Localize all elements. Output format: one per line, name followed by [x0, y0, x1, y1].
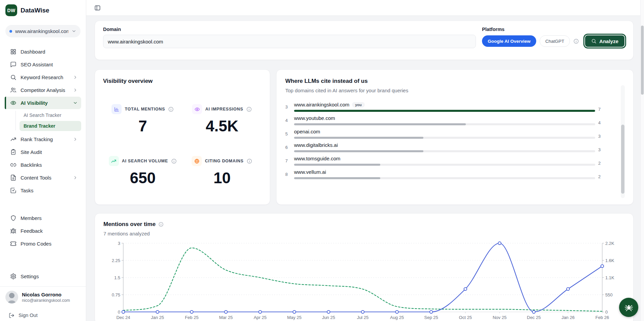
card-title: Where LLMs cite instead of us	[285, 78, 624, 85]
sidebar-item-promo-codes[interactable]: Promo Codes	[5, 237, 81, 250]
sidebar-item-rank-tracking[interactable]: Rank Tracking	[5, 133, 81, 146]
info-icon[interactable]	[168, 106, 174, 112]
eye-icon	[10, 100, 17, 106]
platforms-label: Platforms	[482, 27, 625, 32]
citation-domain-line: www.vellum.ai	[294, 169, 595, 175]
citation-value: 7	[598, 102, 605, 112]
citation-rank: 6	[285, 142, 294, 152]
svg-text:2.2K: 2.2K	[605, 241, 614, 246]
citation-rank: 7	[285, 156, 294, 166]
analyze-button[interactable]: Analyze	[584, 35, 625, 47]
sidebar-subitem-ai-search-tracker[interactable]: AI Search Tracker	[20, 110, 81, 120]
domain-field-label: Domain	[103, 27, 476, 32]
svg-text:May 25: May 25	[287, 315, 302, 320]
sidebar-item-settings[interactable]: Settings	[5, 270, 81, 283]
sidebar-item-content-tools[interactable]: Content Tools	[5, 171, 81, 184]
mentions-line-chart: 000.755501.51.1K2.251.6K32.2KDec 24Jan 2…	[103, 239, 625, 321]
citation-domain: www.youtube.com	[294, 115, 335, 121]
sidebar-item-keyword-research[interactable]: Keyword Research	[5, 71, 81, 84]
citation-body: www.vellum.ai	[294, 169, 595, 179]
citation-bar-track	[294, 164, 595, 166]
chart-title: Mentions over time	[103, 221, 156, 228]
info-icon[interactable]	[246, 106, 252, 112]
citation-rank: 5	[285, 129, 294, 139]
sidebar-item-dashboard[interactable]: Dashboard	[5, 45, 81, 58]
info-icon[interactable]	[573, 38, 579, 44]
citation-value: 4	[598, 115, 605, 125]
sidebar-item-label: SEO Assistant	[21, 62, 78, 67]
svg-text:Mar 25: Mar 25	[219, 315, 232, 320]
metric-value: 4.5K	[206, 118, 238, 134]
sidebar-item-competitor-analysis[interactable]: Competitor Analysis	[5, 84, 81, 96]
chevron-right-icon	[73, 175, 78, 180]
sidebar-item-site-audit[interactable]: Site Audit	[5, 146, 81, 158]
metric-header: CITING DOMAINS	[192, 156, 252, 166]
svg-text:2.25: 2.25	[112, 258, 120, 263]
workspace-domain-selector[interactable]: www.airankingskool.com	[5, 25, 80, 37]
info-icon[interactable]	[171, 158, 177, 164]
citation-row-www-tomsguide-com: 7www.tomsguide.com2	[285, 156, 605, 166]
user-name: Nicolas Gorrono	[22, 292, 70, 297]
sign-out-button[interactable]: Sign Out	[5, 310, 81, 321]
metric-icon-chip	[109, 156, 119, 166]
user-profile[interactable]: Nicolas Gorrono nico@airankingskool.com	[0, 286, 86, 306]
info-icon[interactable]	[158, 222, 164, 227]
avatar	[5, 291, 18, 303]
dashboard-icon	[10, 49, 17, 55]
chevron-right-icon	[73, 75, 78, 80]
content: Domain Platforms Google AI OverviewChatG…	[86, 16, 644, 321]
file-text-icon	[10, 174, 17, 181]
sidebar-toggle-button[interactable]	[92, 3, 102, 13]
citation-domain: www.digitalbricks.ai	[294, 142, 338, 148]
page-scrollbar-thumb[interactable]	[641, 26, 644, 95]
svg-text:Jan 26: Jan 26	[561, 315, 575, 320]
sidebar-item-label: Keyword Research	[21, 74, 69, 80]
metric-header: AI SEARCH VOLUME	[109, 156, 177, 166]
citation-row-openai-com: 5openai.com3	[285, 129, 605, 139]
citation-body: www.digitalbricks.ai	[294, 142, 595, 152]
svg-text:0.75: 0.75	[112, 292, 120, 297]
mentions-over-time-card: Mentions over time 7 mentions analyzed 0…	[95, 213, 634, 321]
chevron-right-icon	[73, 88, 78, 93]
logout-icon	[9, 313, 14, 318]
chevron-down-icon	[71, 29, 76, 34]
sidebar-item-backlinks[interactable]: Backlinks	[5, 159, 81, 171]
sidebar: DW DataWise www.airankingskool.com Dashb…	[0, 0, 86, 321]
metric-label: CITING DOMAINS	[205, 159, 244, 163]
metric-ai-impressions: AI IMPRESSIONS4.5K	[183, 104, 262, 134]
metric-value: 650	[130, 170, 156, 186]
sidebar-item-seo-assistant[interactable]: SEO Assistant	[5, 58, 81, 71]
card-subtitle: Top domains cited in AI answers for your…	[285, 88, 624, 93]
platform-button-google-ai-overview[interactable]: Google AI Overview	[482, 35, 536, 47]
chevron-right-icon	[73, 137, 78, 142]
citation-bar-fill	[294, 150, 423, 152]
svg-text:Aug 25: Aug 25	[390, 315, 404, 320]
sidebar-item-members[interactable]: Members	[5, 212, 81, 224]
svg-text:3: 3	[118, 241, 120, 246]
sidebar-item-label: Site Audit	[21, 149, 78, 155]
check-square-icon	[10, 187, 17, 194]
domain-input[interactable]	[103, 35, 476, 48]
sidebar-item-ai-visibility[interactable]: AI Visibility	[5, 97, 81, 109]
citation-domain-line: www.youtube.com	[294, 115, 595, 121]
svg-text:Jan 25: Jan 25	[151, 315, 164, 320]
info-icon[interactable]	[247, 158, 252, 164]
citation-bar-fill	[294, 164, 380, 166]
svg-text:1.1K: 1.1K	[605, 275, 614, 280]
shield-icon	[10, 215, 17, 221]
sidebar-item-tasks[interactable]: Tasks	[5, 184, 81, 197]
list-scrollbar-thumb[interactable]	[621, 125, 624, 193]
sidebar-item-feedback[interactable]: Feedback	[5, 225, 81, 237]
citation-domain-line: www.digitalbricks.ai	[294, 142, 595, 148]
metric-ai-search-volume: AI SEARCH VOLUME650	[103, 156, 183, 186]
feedback-floating-badge[interactable]	[619, 298, 638, 317]
platform-button-chatgpt[interactable]: ChatGPT	[540, 35, 570, 47]
list-scrollbar	[621, 85, 625, 198]
chart-subtitle: 7 mentions analyzed	[103, 231, 625, 236]
citation-rank: 3	[285, 102, 294, 112]
sidebar-subitem-brand-tracker[interactable]: Brand Tracker	[20, 121, 81, 131]
metric-value: 10	[214, 170, 231, 186]
users-icon	[10, 87, 17, 93]
citation-domain-line: www.tomsguide.com	[294, 156, 595, 161]
subitem-label: AI Search Tracker	[24, 113, 61, 118]
